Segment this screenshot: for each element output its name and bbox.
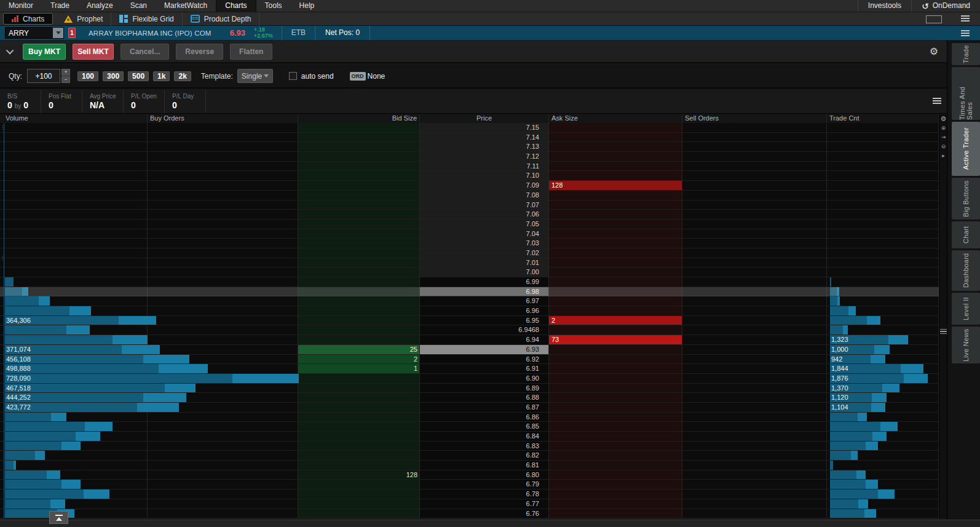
sell-orders-cell[interactable] [682,277,827,287]
bid-size-cell[interactable] [298,374,420,384]
price-cell[interactable]: 6.84 [420,432,549,442]
bid-size-cell[interactable] [298,306,420,316]
bid-size-cell[interactable] [298,277,420,287]
sell-orders-cell[interactable] [682,200,827,210]
buy-orders-cell[interactable] [148,470,298,480]
bid-size-cell[interactable] [298,413,420,422]
scroll-to-center-button[interactable] [49,511,68,524]
ask-size-cell[interactable] [549,374,682,384]
bid-size-cell[interactable] [298,287,420,297]
price-cell[interactable]: 6.92 [420,355,549,365]
buy-orders-cell[interactable] [148,287,298,297]
sell-orders-cell[interactable] [682,171,827,181]
sell-orders-cell[interactable] [682,355,827,365]
price-cell[interactable]: 6.97 [420,296,549,306]
bid-size-cell[interactable] [298,229,420,239]
buy-orders-cell[interactable] [148,200,298,210]
ask-size-cell[interactable] [549,142,682,152]
price-cell[interactable]: 6.9468 [420,325,549,335]
sell-orders-cell[interactable] [682,316,827,326]
price-cell[interactable]: 7.10 [420,171,549,181]
symbol-bar-menu-icon[interactable] [961,30,970,36]
bid-size-cell[interactable] [298,499,420,509]
tab-live-news[interactable]: Live News [952,327,980,363]
tab-level-ii[interactable]: Level II [952,293,980,325]
buy-orders-cell[interactable] [148,413,298,422]
menu-item-monitor[interactable]: Monitor [0,0,42,12]
sell-orders-cell[interactable] [682,442,827,451]
ladder-header-ask-size[interactable]: Ask Size [549,114,682,123]
price-cell[interactable]: 6.86 [420,413,549,422]
ask-size-cell[interactable] [549,123,682,133]
price-cell[interactable]: 6.76 [420,509,549,519]
ask-size-cell[interactable] [549,461,682,470]
price-cell[interactable]: 7.15 [420,123,549,133]
buy-orders-cell[interactable] [148,210,298,220]
ask-size-cell[interactable] [549,509,682,519]
ask-size-cell[interactable] [549,451,682,461]
bid-size-cell[interactable] [298,267,420,277]
buy-orders-cell[interactable] [148,432,298,442]
bid-size-cell[interactable] [298,451,420,461]
ladder-header-price[interactable]: Price [420,114,549,123]
ask-size-cell[interactable] [549,258,682,268]
ask-size-cell[interactable] [549,345,682,355]
ask-size-cell[interactable]: 2 [549,316,682,326]
ladder-header-bid-size[interactable]: Bid Size [298,114,420,123]
bid-size-cell[interactable] [298,171,420,181]
bid-size-cell[interactable] [298,142,420,152]
tab-chart[interactable]: Chart [952,221,980,248]
ask-size-cell[interactable] [549,325,682,335]
ask-size-cell[interactable] [549,248,682,258]
buy-orders-cell[interactable] [148,442,298,451]
qty-input[interactable] [27,69,60,83]
bid-size-cell[interactable] [298,162,420,172]
price-cell[interactable]: 6.93 [420,345,549,355]
sell-orders-cell[interactable] [682,325,827,335]
price-cell[interactable]: 6.91 [420,364,549,374]
ask-size-cell[interactable] [549,287,682,297]
sell-orders-cell[interactable] [682,335,827,345]
price-cell[interactable]: 6.87 [420,403,549,413]
sell-orders-cell[interactable] [682,480,827,489]
reverse-button[interactable]: Reverse [176,44,223,60]
price-cell[interactable]: 7.02 [420,248,549,258]
ladder-scroll-strip[interactable]: ⚙ ⊕ ⇥ ⊖ ▸ [939,114,947,518]
bid-size-cell[interactable] [298,239,420,248]
price-cell[interactable]: 7.05 [420,220,549,229]
ask-size-cell[interactable] [549,393,682,403]
menu-item-analyze[interactable]: Analyze [78,0,122,12]
ask-size-cell[interactable]: 73 [549,335,682,345]
ask-size-cell[interactable] [549,384,682,394]
ask-size-cell[interactable] [549,306,682,316]
toolbar-menu-icon[interactable] [961,15,970,22]
symbol-dropdown-button[interactable] [53,28,63,38]
ladder-header-buy-orders[interactable]: Buy Orders [148,114,298,123]
bid-size-cell[interactable] [298,480,420,489]
sell-orders-cell[interactable] [682,470,827,480]
bid-size-cell[interactable] [298,442,420,451]
buy-orders-cell[interactable] [148,171,298,181]
bid-size-cell[interactable] [298,403,420,413]
bid-size-cell[interactable]: 2 [298,355,420,365]
ask-size-cell[interactable] [549,422,682,432]
price-cell[interactable]: 7.08 [420,191,549,200]
sell-orders-cell[interactable] [682,220,827,229]
sell-mkt-button[interactable]: Sell MKT [73,44,114,60]
ask-size-cell[interactable] [549,152,682,162]
price-cell[interactable]: 7.00 [420,267,549,277]
toolbar-button-charts[interactable]: Charts [3,13,53,25]
ladder-header-sell-orders[interactable]: Sell Orders [682,114,827,123]
sell-orders-cell[interactable] [682,152,827,162]
price-cell[interactable]: 7.07 [420,200,549,210]
menu-item-scan[interactable]: Scan [122,0,156,12]
sell-orders-cell[interactable] [682,461,827,470]
price-cell[interactable]: 7.14 [420,133,549,143]
auto-send-checkbox[interactable] [289,72,297,80]
buy-orders-cell[interactable] [148,248,298,258]
drag-grip-dots[interactable]: ⋮ [0,257,2,260]
price-cell[interactable]: 6.89 [420,384,549,394]
ask-size-cell[interactable] [549,162,682,172]
price-cell[interactable]: 6.98 [420,287,549,297]
buy-orders-cell[interactable] [148,509,298,519]
